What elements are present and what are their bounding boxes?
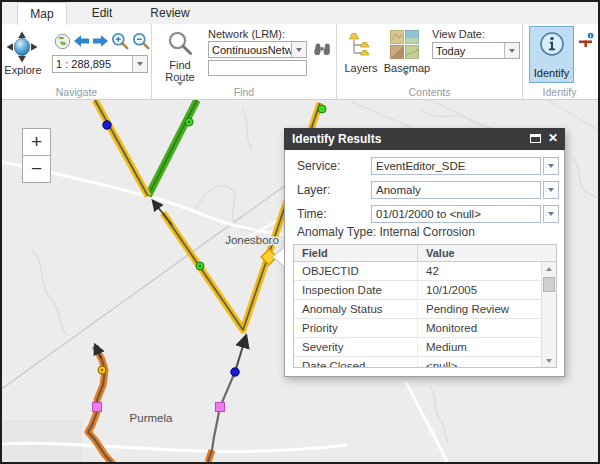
green-route[interactable] xyxy=(148,100,197,196)
table-row[interactable]: OBJECTID42 xyxy=(294,262,542,281)
tab-review-label: Review xyxy=(150,6,189,20)
basemap-button[interactable] xyxy=(390,30,421,63)
map-scale-dropdown-button[interactable] xyxy=(132,56,147,72)
layer-dropdown-button[interactable] xyxy=(543,181,559,199)
table-row[interactable]: Anomaly StatusPending Review xyxy=(294,300,542,319)
group-label-find: Find xyxy=(152,86,336,98)
zoom-in-icon[interactable] xyxy=(111,32,129,54)
view-date-dropdown-button[interactable] xyxy=(504,43,519,58)
ribbon-group-contents: Layers Basemap View Date: Today xyxy=(337,24,523,99)
place-label-purmela: Purmela xyxy=(130,412,173,424)
pink-square-point[interactable] xyxy=(93,403,102,412)
map-zoom-in-button[interactable]: + xyxy=(22,128,51,156)
map-patch xyxy=(2,420,82,462)
scroll-down-icon[interactable] xyxy=(542,354,556,368)
anomaly-type-text: Anomaly Type: Internal Corrosion xyxy=(297,225,475,239)
popup-body: Service: EventEditor_SDE Layer: Anomaly … xyxy=(284,150,565,377)
blue-point[interactable] xyxy=(231,368,239,376)
tab-review[interactable]: Review xyxy=(140,2,200,25)
group-label-identify: Identify xyxy=(523,86,596,98)
find-route-binoculars-icon[interactable] xyxy=(313,42,331,61)
network-lrm-label: Network (LRM): xyxy=(208,28,308,40)
attributes-table: Field Value OBJECTID42 Inspection Date10… xyxy=(293,244,557,368)
find-route-label: Find Route xyxy=(156,59,204,83)
forward-arrow-icon[interactable] xyxy=(92,34,109,52)
pink-square-point[interactable] xyxy=(216,403,225,412)
table-row[interactable]: Date Closed<null> xyxy=(294,357,542,368)
ribbon-group-find: Find Route Network (LRM): ContinuousNetw… xyxy=(152,24,337,99)
map-scale-combobox[interactable]: 1 : 288,895 xyxy=(52,55,148,73)
blue-point[interactable] xyxy=(103,121,111,129)
table-body: OBJECTID42 Inspection Date10/1/2005 Anom… xyxy=(294,262,542,368)
layer-combobox[interactable]: Anomaly xyxy=(371,181,541,199)
identify-route-location-icon[interactable] xyxy=(578,32,594,52)
column-header-field[interactable]: Field xyxy=(294,245,418,261)
group-label-contents: Contents xyxy=(337,86,522,98)
route-input[interactable] xyxy=(208,60,307,76)
network-lrm-dropdown-button[interactable] xyxy=(291,42,306,57)
table-scrollbar[interactable] xyxy=(541,262,556,368)
magnifier-icon xyxy=(167,30,194,57)
time-dropdown-button[interactable] xyxy=(543,205,559,223)
explore-button[interactable] xyxy=(6,31,38,63)
scrollbar-thumb[interactable] xyxy=(543,277,555,292)
popup-title-bar[interactable]: Identify Results ✕ xyxy=(284,128,565,150)
identify-results-popup: Identify Results ✕ Service: EventEditor_… xyxy=(284,128,565,377)
service-dropdown-button[interactable] xyxy=(543,157,559,175)
map-canvas[interactable]: Jonesboro Purmela + − Identify Results ✕… xyxy=(2,100,598,462)
tab-edit-label: Edit xyxy=(92,6,113,20)
chevron-down-icon xyxy=(296,48,302,52)
chevron-down-icon xyxy=(548,212,554,216)
route-direction-arrow xyxy=(153,201,172,225)
basemap-grid-icon xyxy=(390,30,421,59)
chevron-down-icon xyxy=(548,164,554,168)
view-date-value: Today xyxy=(433,45,504,57)
layers-label: Layers xyxy=(337,62,385,74)
find-route-label-line1: Find xyxy=(156,59,204,71)
place-label-jonesboro: Jonesboro xyxy=(225,234,279,246)
network-lrm-combobox[interactable]: ContinuousNetwork xyxy=(208,41,307,58)
identify-button[interactable]: Identify xyxy=(529,26,574,83)
tab-map[interactable]: Map xyxy=(17,2,67,25)
table-header: Field Value xyxy=(294,245,556,262)
view-date-label: View Date: xyxy=(432,28,512,40)
map-zoom-out-button[interactable]: − xyxy=(22,155,51,183)
map-scale-value: 1 : 288,895 xyxy=(53,58,132,70)
close-icon[interactable]: ✕ xyxy=(548,133,559,144)
column-header-value[interactable]: Value xyxy=(418,245,556,261)
maximize-icon[interactable] xyxy=(530,134,541,143)
ribbon-group-identify: Identify Identify xyxy=(523,24,596,99)
ribbon-group-navigate: Explore xyxy=(2,24,152,99)
service-label: Service: xyxy=(297,159,340,173)
railroad-line xyxy=(2,182,290,390)
network-lrm-value: ContinuousNetwork xyxy=(209,44,291,56)
unselected-route[interactable] xyxy=(208,336,246,462)
chevron-down-icon xyxy=(548,188,554,192)
back-arrow-icon[interactable] xyxy=(73,34,90,52)
view-date-combobox[interactable]: Today xyxy=(432,42,520,59)
ribbon-tab-bar: Map Edit Review xyxy=(2,2,598,24)
table-row[interactable]: Inspection Date10/1/2005 xyxy=(294,281,542,300)
full-extent-globe-icon[interactable] xyxy=(54,33,71,54)
info-icon xyxy=(539,31,565,57)
chevron-down-icon xyxy=(137,62,143,66)
table-row[interactable]: SeverityMedium xyxy=(294,338,542,357)
time-label: Time: xyxy=(297,207,327,221)
table-row[interactable]: PriorityMonitored xyxy=(294,319,542,338)
green-point[interactable] xyxy=(318,105,326,113)
ribbon: Explore xyxy=(2,24,598,100)
explore-compass-icon xyxy=(6,31,38,63)
explore-label: Explore xyxy=(2,64,44,76)
zoom-out-icon[interactable] xyxy=(132,32,150,54)
service-combobox[interactable]: EventEditor_SDE xyxy=(371,157,541,175)
find-route-button[interactable] xyxy=(167,30,194,61)
time-combobox[interactable]: 01/01/2000 to <null> xyxy=(371,205,541,223)
popup-title: Identify Results xyxy=(292,132,381,146)
identify-button-label: Identify xyxy=(530,67,573,79)
layers-button[interactable] xyxy=(347,31,375,63)
group-label-navigate: Navigate xyxy=(2,86,151,98)
tab-edit[interactable]: Edit xyxy=(77,2,127,25)
scroll-up-icon[interactable] xyxy=(542,262,556,276)
application-window: Map Edit Review Explore xyxy=(0,0,600,464)
layer-label: Layer: xyxy=(297,183,330,197)
